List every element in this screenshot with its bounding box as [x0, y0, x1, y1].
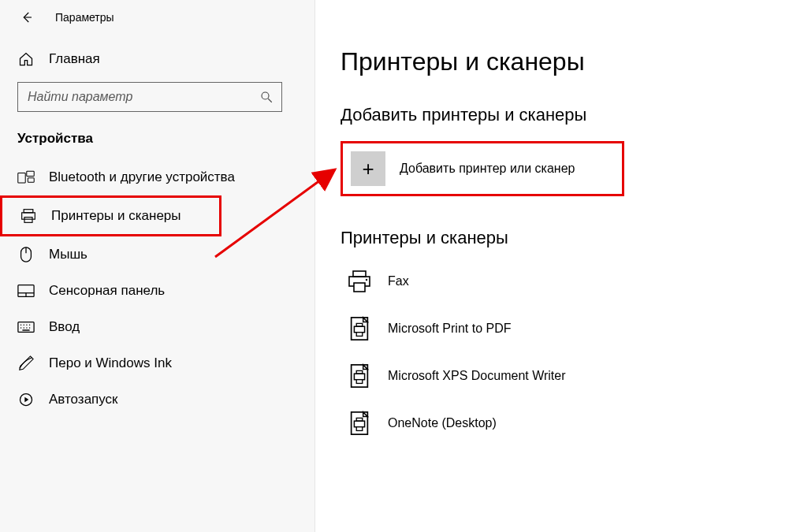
svg-rect-32 [356, 323, 363, 326]
svg-point-1 [262, 92, 269, 99]
arrow-left-icon [20, 10, 34, 24]
sidebar-item-label: Перо и Windows Ink [49, 355, 172, 371]
printer-list-section: Принтеры и сканеры Fax Microsoft Print t… [341, 228, 757, 447]
printer-item-label: Microsoft XPS Document Writer [388, 369, 566, 383]
add-section-header: Добавить принтеры и сканеры [341, 105, 757, 125]
plus-icon: + [351, 151, 385, 186]
settings-window: Параметры Главная Устройства Bluetooth и… [0, 0, 789, 532]
svg-rect-37 [356, 380, 363, 384]
mouse-icon [17, 246, 35, 263]
bluetooth-devices-icon [17, 169, 35, 186]
printer-item[interactable]: OneNote (Desktop) [341, 400, 757, 447]
sidebar-section-title: Устройства [0, 128, 314, 159]
sidebar-item-typing[interactable]: Ввод [0, 309, 314, 345]
svg-rect-39 [354, 421, 364, 427]
svg-rect-7 [22, 213, 35, 219]
annotation-highlight-add: + Добавить принтер или сканер [341, 141, 624, 196]
sidebar: Параметры Главная Устройства Bluetooth и… [0, 0, 315, 532]
home-icon [17, 50, 35, 68]
sidebar-item-label: Ввод [49, 319, 80, 335]
add-printer-button[interactable]: + Добавить принтер или сканер [351, 151, 614, 186]
add-printer-label: Добавить принтер или сканер [400, 162, 575, 176]
search-box[interactable] [17, 82, 282, 112]
sidebar-item-autoplay[interactable]: Автозапуск [0, 381, 314, 418]
svg-point-21 [26, 327, 27, 328]
printer-device-icon [345, 314, 374, 343]
sidebar-item-mouse[interactable]: Мышь [0, 236, 314, 273]
printer-item[interactable]: Fax [341, 258, 757, 305]
printer-item-label: OneNote (Desktop) [388, 416, 497, 430]
printer-device-icon [345, 409, 374, 437]
sidebar-item-label: Принтеры и сканеры [51, 208, 181, 224]
autoplay-icon [17, 391, 35, 408]
search-input[interactable] [26, 89, 259, 105]
svg-rect-36 [356, 370, 363, 374]
svg-rect-41 [356, 427, 363, 431]
search-icon [259, 90, 274, 104]
search-wrap [17, 82, 297, 112]
svg-rect-40 [356, 418, 363, 421]
svg-rect-8 [24, 218, 32, 223]
sidebar-item-bluetooth[interactable]: Bluetooth и другие устройства [0, 159, 314, 195]
sidebar-item-pen[interactable]: Перо и Windows Ink [0, 345, 314, 381]
printer-item[interactable]: Microsoft Print to PDF [341, 305, 757, 352]
svg-rect-5 [28, 178, 34, 183]
svg-point-17 [26, 325, 27, 326]
sidebar-item-touchpad[interactable]: Сенсорная панель [0, 273, 314, 309]
main-content: Принтеры и сканеры Добавить принтеры и с… [315, 0, 789, 532]
printer-item[interactable]: Microsoft XPS Document Writer [341, 352, 757, 400]
touchpad-icon [17, 282, 35, 299]
svg-rect-4 [27, 171, 34, 176]
svg-point-19 [20, 327, 21, 328]
svg-point-18 [29, 325, 30, 326]
svg-rect-31 [354, 326, 364, 333]
keyboard-icon [17, 318, 35, 336]
svg-rect-28 [354, 283, 365, 292]
svg-rect-3 [18, 173, 25, 184]
printer-device-icon [345, 362, 374, 390]
svg-rect-35 [354, 374, 364, 380]
sidebar-item-label: Мышь [49, 247, 87, 262]
svg-point-16 [24, 325, 24, 326]
svg-point-15 [20, 325, 21, 326]
sidebar-item-label: Автозапуск [49, 392, 118, 407]
svg-rect-6 [24, 210, 33, 213]
pen-icon [17, 355, 35, 372]
svg-point-29 [366, 279, 367, 281]
sidebar-item-printers[interactable]: Принтеры и сканеры [0, 195, 221, 236]
sidebar-item-label: Сенсорная панель [49, 283, 165, 299]
printer-device-icon [345, 267, 374, 296]
back-button[interactable] [17, 8, 36, 27]
svg-rect-23 [22, 329, 29, 330]
printer-item-label: Microsoft Print to PDF [388, 322, 511, 336]
page-title: Принтеры и сканеры [341, 47, 757, 76]
svg-rect-33 [356, 333, 363, 337]
svg-point-20 [24, 327, 24, 328]
nav-home[interactable]: Главная [0, 43, 314, 82]
svg-rect-26 [353, 271, 366, 277]
sidebar-item-label: Bluetooth и другие устройства [49, 169, 235, 185]
printer-icon [20, 207, 37, 225]
window-title: Параметры [55, 11, 114, 24]
printer-list-header: Принтеры и сканеры [341, 228, 757, 248]
svg-point-22 [29, 327, 30, 328]
nav-home-label: Главная [49, 51, 100, 67]
printer-item-label: Fax [388, 274, 409, 288]
svg-line-2 [268, 99, 272, 102]
svg-marker-25 [24, 397, 28, 403]
titlebar: Параметры [0, 5, 314, 43]
